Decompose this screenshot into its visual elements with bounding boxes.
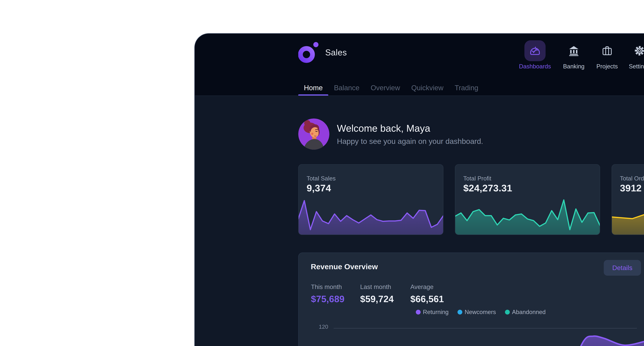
stat-label: This month [311,283,344,290]
tab-label: Quickview [411,84,444,92]
bank-icon [568,45,579,56]
nav-icon-area [568,40,579,61]
legend-label: Returning [423,309,448,315]
page: Sales Dashboards [0,0,644,346]
details-button[interactable]: Details [604,260,641,276]
legend-label: Abandonned [512,309,546,315]
app-title: Sales [325,48,347,57]
nav-item-banking[interactable]: Banking [563,40,584,70]
stat-card-total-sales: Total Sales 9,374 [298,164,444,235]
tab-label: Overview [370,84,400,92]
avatar [298,118,330,150]
legend-label: Newcomers [464,309,496,315]
nav-label: Banking [563,63,584,70]
stat-card-label: Total Sales [306,175,336,182]
welcome-text: Welcome back, Maya Happy to see you agai… [337,123,483,146]
stat-cards-row: Total Sales 9,374 Total Profit $24,273.3… [298,164,644,235]
nav-item-dashboards[interactable]: Dashboards [519,40,551,70]
nav-item-projects[interactable]: Projects [596,40,618,70]
stat-card-value: 9,374 [306,183,331,194]
stat-card-value: $24,273.31 [463,183,512,194]
legend-dot [458,310,462,314]
stat-label: Last month [360,283,394,290]
revenue-overview-card: Revenue Overview Details This month $75,… [298,253,644,346]
stat-value: $75,689 [311,294,344,304]
legend-dot [416,310,420,314]
sparkline-chart [455,196,600,235]
briefcase-icon [602,45,612,56]
sparkline-chart [298,196,444,235]
revenue-overview-title: Revenue Overview [311,262,378,271]
y-axis-tick: 120 [319,323,328,330]
stat-value: $66,561 [410,294,444,304]
tab-trading[interactable]: Trading [449,80,484,96]
stat-card-label: Total Orders [620,175,644,182]
brand: Sales [298,42,347,63]
active-tab-underline [298,94,328,96]
nav-label: Settings [629,63,644,70]
tab-label: Home [304,84,323,92]
sparkline-chart [612,196,644,235]
header: Sales Dashboards [195,34,644,96]
tab-home[interactable]: Home [298,80,328,96]
app-logo-icon [298,42,320,63]
nav-icon-area [524,40,546,61]
welcome-title: Welcome back, Maya [337,123,483,134]
welcome-subtitle: Happy to see you again on your dashboard… [337,137,483,146]
nav-label: Dashboards [519,63,551,70]
stat-card-total-orders: Total Orders 3912 [612,164,644,235]
tab-quickview[interactable]: Quickview [406,80,449,96]
legend-dot [505,310,510,314]
stat-average: Average $66,561 [410,283,444,304]
stat-card-value: 3912 [620,183,642,194]
main-content: Welcome back, Maya Happy to see you agai… [195,96,644,346]
stat-card-total-profit: Total Profit $24,273.31 [455,164,600,235]
dashboard-window: Sales Dashboards [194,33,644,346]
stat-value: $59,724 [360,294,394,304]
chart-legend: Returning Newcomers Abandonned [416,309,546,315]
nav-item-settings[interactable]: Settings [629,40,644,70]
tab-overview[interactable]: Overview [365,80,406,96]
stat-last-month: Last month $59,724 [360,283,394,304]
stat-card-label: Total Profit [463,175,491,182]
tab-label: Balance [334,84,359,92]
tab-balance[interactable]: Balance [328,80,365,96]
nav-icon-area [602,40,612,61]
stat-this-month: This month $75,689 [311,283,344,304]
revenue-chart [334,319,644,346]
legend-item-abandonned[interactable]: Abandonned [505,309,546,315]
nav-icon-area [634,40,644,61]
legend-item-newcomers[interactable]: Newcomers [458,309,496,315]
active-nav-chip [524,40,546,61]
gauge-icon [529,45,541,57]
gear-icon [634,45,644,56]
stat-label: Average [410,283,444,290]
legend-item-returning[interactable]: Returning [416,309,448,315]
tab-label: Trading [454,84,478,92]
tab-bar: Home Balance Overview Quickview Trading [298,80,484,96]
welcome-banner: Welcome back, Maya Happy to see you agai… [298,118,644,150]
nav-label: Projects [596,63,618,70]
